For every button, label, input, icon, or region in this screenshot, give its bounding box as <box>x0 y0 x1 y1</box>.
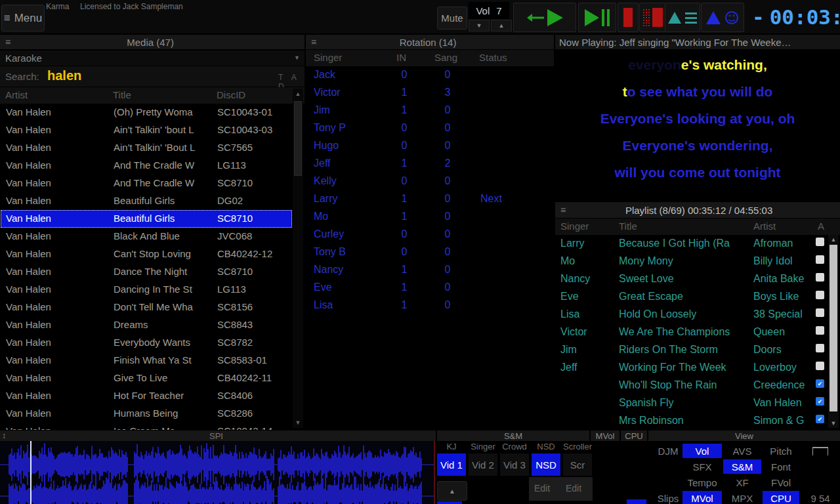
rotation-row[interactable]: Eve10 <box>306 279 554 297</box>
playlist-menu-icon[interactable]: ≡ <box>560 205 566 215</box>
table-row[interactable]: Van HalenEverybody WantsSC8782 <box>1 334 292 352</box>
deck-button-vid-2[interactable]: Vid 2 <box>469 453 497 476</box>
table-row[interactable]: Van HalenHot For TeacherSC8406 <box>1 387 292 405</box>
rotation-row[interactable]: Larry10Next <box>306 190 554 208</box>
playlist-row[interactable]: LarryBecause I Got High (RaAfroman <box>555 235 824 253</box>
row-checkbox[interactable] <box>816 326 824 335</box>
media-scroll-thumb[interactable] <box>294 101 302 176</box>
col-title[interactable]: Title <box>113 89 131 100</box>
table-row[interactable]: Van HalenAnd The Cradle WSC8710 <box>1 175 292 192</box>
table-row[interactable]: Van HalenIce Cream MaSC10043-14 <box>1 423 292 430</box>
singer-list-button[interactable] <box>665 3 700 32</box>
scroll-up-icon[interactable]: ▲ <box>828 236 839 243</box>
table-row[interactable]: Van HalenAin't Talkin' 'Bout LSC7565 <box>1 139 292 157</box>
view-toggle-xf[interactable]: XF <box>723 475 761 490</box>
singer-next-button[interactable] <box>701 3 744 32</box>
media-menu-icon[interactable]: ≡ <box>5 37 10 47</box>
table-row[interactable]: Van HalenHumans BeingSC8286 <box>1 405 292 423</box>
volume-down-button[interactable]: ▼ <box>469 20 490 32</box>
waveform-display[interactable] <box>0 441 434 504</box>
table-row[interactable]: Van HalenBeautiful GirlsSC8710 <box>1 210 292 228</box>
edit-nsd-button[interactable]: Edit <box>534 483 550 494</box>
edit-scr-button[interactable]: Edit <box>566 483 581 494</box>
rotation-row[interactable]: Jim10 <box>306 102 554 119</box>
view-toggle-pitch[interactable]: Pitch <box>763 444 799 458</box>
view-toggle-vol[interactable]: Vol <box>682 444 722 458</box>
deck-up-button[interactable]: ▲ <box>437 481 467 501</box>
rotation-row[interactable]: Hugo00 <box>306 137 554 155</box>
view-toggle-s-m[interactable]: S&M <box>723 459 761 474</box>
rotation-menu-icon[interactable]: ≡ <box>311 37 316 47</box>
stop-button[interactable] <box>618 3 639 32</box>
rotation-row[interactable]: Victor13 <box>306 84 554 102</box>
view-toggle-fvol[interactable]: FVol <box>763 475 799 490</box>
view-toggle-cpu[interactable]: CPU <box>763 491 799 504</box>
table-row[interactable]: Van HalenDreamsSC8843 <box>1 316 292 334</box>
table-row[interactable]: Van HalenAin't Talkin' 'bout LSC10043-03 <box>1 121 292 139</box>
scroll-up-icon[interactable]: ▲ <box>293 91 303 97</box>
cpu-tab[interactable]: CPU <box>621 430 647 441</box>
row-checkbox[interactable] <box>816 238 824 246</box>
rotation-row[interactable]: Tony B00 <box>306 243 554 261</box>
playlist-row[interactable]: Mrs RobinsonSimon & G✔ <box>555 412 824 430</box>
mvol-tab[interactable]: MVol <box>591 430 620 441</box>
col-artist[interactable]: Artist <box>5 89 28 100</box>
deck-button-scr[interactable]: Scr <box>563 453 592 476</box>
volume-up-button[interactable]: ▲ <box>491 20 512 32</box>
scroll-down-icon[interactable]: ▼ <box>293 419 303 426</box>
col-sang[interactable]: Sang <box>434 52 457 63</box>
table-row[interactable]: Van HalenDancing In The StLG113 <box>1 281 292 299</box>
table-row[interactable]: Van HalenGive To LiveCB40242-11 <box>1 369 292 387</box>
row-checkbox[interactable]: ✔ <box>816 379 824 388</box>
col-title[interactable]: Title <box>619 220 637 232</box>
deck-button-nsd[interactable]: NSD <box>532 453 560 476</box>
table-row[interactable]: Van HalenAnd The Cradle WLG113 <box>1 157 292 175</box>
rotation-row[interactable]: Nancy10 <box>306 261 554 279</box>
row-checkbox[interactable] <box>816 362 824 370</box>
view-toggle-djm[interactable]: DJM <box>655 444 681 458</box>
rotation-row[interactable]: Lisa10 <box>306 297 554 314</box>
media-scrollbar[interactable]: ▲ ▼ <box>293 89 303 428</box>
scroll-down-icon[interactable]: ▼ <box>828 420 839 427</box>
table-row[interactable]: Van HalenFinish What Ya StSC8583-01 <box>1 352 292 369</box>
col-discid[interactable]: DiscID <box>217 89 245 100</box>
table-row[interactable]: Van HalenDance The NightSC8710 <box>1 263 292 281</box>
view-toggle-slips[interactable]: Slips <box>655 491 681 504</box>
table-row[interactable]: Van HalenBlack And BlueJVC068 <box>1 228 292 245</box>
view-toggle-font[interactable]: Font <box>763 459 799 474</box>
playlist-row[interactable]: VictorWe Are The ChampionsQueen <box>555 324 824 341</box>
deck-button-vid-3[interactable]: Vid 3 <box>500 453 529 476</box>
table-row[interactable]: Van Halen(Oh) Pretty WomaSC10043-01 <box>1 104 292 121</box>
search-input[interactable]: halen <box>47 68 81 83</box>
row-checkbox[interactable] <box>816 255 824 264</box>
rotation-row[interactable]: Kelly00 <box>306 173 554 190</box>
playlist-row[interactable]: Spanish FlyVan Halen✔ <box>555 394 824 412</box>
table-row[interactable]: Van HalenDon't Tell Me WhaSC8156 <box>1 299 292 316</box>
view-toggle-mvol[interactable]: MVol <box>682 491 722 504</box>
col-singer[interactable]: Singer <box>314 52 342 63</box>
playlist-row[interactable]: NancySweet LoveAnita Bake <box>555 270 824 288</box>
view-toggle-mpx[interactable]: MPX <box>723 491 761 504</box>
row-checkbox[interactable] <box>816 344 824 352</box>
playlist-row[interactable]: MoMony MonyBilly Idol <box>555 253 824 270</box>
row-checkbox[interactable]: ✔ <box>816 415 824 423</box>
playlist-row[interactable]: JeffWorking For The WeekLoverboy <box>555 359 824 377</box>
view-toggle-tempo[interactable]: Tempo <box>682 475 722 490</box>
col-singer[interactable]: Singer <box>560 220 589 232</box>
row-checkbox[interactable]: ✔ <box>816 397 824 406</box>
rotation-row[interactable]: Jack00 <box>306 66 554 84</box>
playlist-scroll-thumb[interactable] <box>830 245 837 411</box>
deck-button-vid-1[interactable]: Vid 1 <box>437 453 466 476</box>
previous-play-button[interactable] <box>513 3 576 32</box>
playlist-scrollbar[interactable]: ▲ ▼ <box>828 235 839 428</box>
playlist-row[interactable]: JimRiders On The StormDoors <box>555 341 824 359</box>
row-checkbox[interactable] <box>816 273 824 282</box>
rotation-row[interactable]: Mo10 <box>306 208 554 226</box>
media-category-dropdown[interactable]: Karaoke ▼ <box>0 51 304 66</box>
view-toggle-sfx[interactable]: SFX <box>682 459 722 474</box>
mute-button[interactable]: Mute <box>437 7 467 30</box>
col-in[interactable]: IN <box>396 52 406 63</box>
col-status[interactable]: Status <box>479 52 507 63</box>
row-checkbox[interactable] <box>816 291 824 299</box>
rotation-row[interactable]: Curley00 <box>306 226 554 243</box>
